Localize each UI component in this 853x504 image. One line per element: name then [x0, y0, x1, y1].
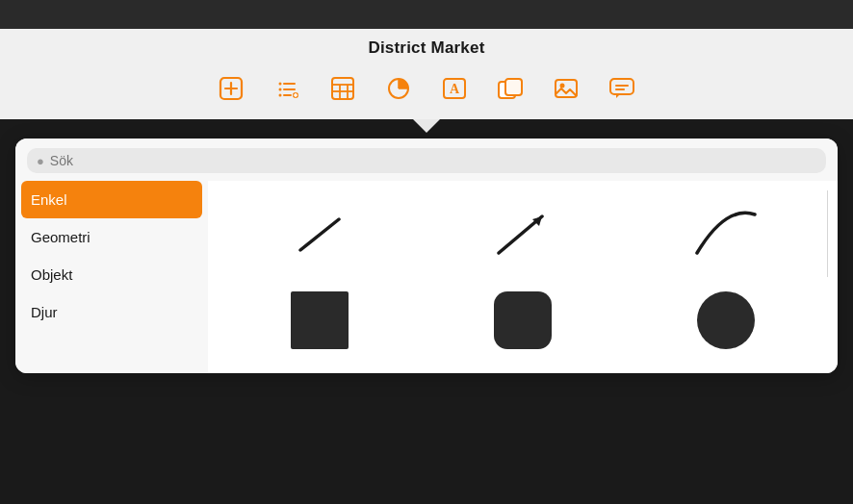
text-icon-btn[interactable]: A — [435, 69, 474, 108]
svg-point-5 — [279, 88, 282, 91]
sidebar-item-djur[interactable]: Djur — [15, 293, 208, 331]
add-icon-btn[interactable] — [212, 69, 250, 108]
panel-content: Enkel Geometri Objekt Djur — [15, 181, 838, 373]
sidebar-item-geometri[interactable]: Geometri — [15, 218, 208, 256]
dropdown-panel: ● Enkel Geometri Objekt Djur — [15, 139, 838, 373]
shape-line-arrow[interactable] — [421, 190, 624, 277]
search-icon: ● — [37, 154, 44, 168]
svg-point-25 — [560, 84, 565, 88]
rect-shape — [291, 291, 349, 349]
vertical-divider — [827, 190, 828, 277]
shapes-area — [208, 181, 838, 373]
sidebar-item-objekt[interactable]: Objekt — [15, 256, 208, 293]
circle-shape — [697, 291, 755, 349]
shape-line-curve[interactable] — [625, 190, 828, 277]
sidebar-item-enkel[interactable]: Enkel — [21, 181, 202, 218]
svg-text:A: A — [450, 82, 460, 96]
top-bar — [0, 0, 853, 29]
svg-rect-23 — [505, 79, 522, 95]
table-icon-btn[interactable] — [323, 69, 362, 108]
svg-rect-24 — [556, 80, 577, 97]
image-icon-btn[interactable] — [547, 69, 585, 108]
app-title: District Market — [368, 38, 484, 58]
shapes-icon-btn[interactable] — [491, 69, 530, 108]
svg-rect-12 — [332, 78, 353, 99]
toolbar-area: District Market — [0, 29, 853, 119]
comment-icon-btn[interactable] — [603, 69, 641, 108]
chart-icon-btn[interactable] — [379, 69, 418, 108]
search-bar: ● — [27, 148, 826, 173]
search-bar-container: ● — [15, 139, 838, 181]
shape-circle[interactable] — [625, 277, 828, 364]
rounded-rect-shape — [494, 291, 552, 349]
sidebar: Enkel Geometri Objekt Djur — [15, 181, 208, 373]
shape-rounded-rect[interactable] — [421, 277, 624, 364]
svg-line-29 — [300, 219, 339, 250]
search-input[interactable] — [50, 153, 816, 168]
shape-line-simple[interactable] — [218, 190, 421, 277]
svg-point-7 — [279, 94, 282, 97]
svg-point-3 — [279, 83, 282, 86]
toolbar-icons: A — [193, 69, 660, 119]
shape-rectangle[interactable] — [218, 277, 421, 364]
list-add-icon-btn[interactable] — [268, 69, 306, 108]
